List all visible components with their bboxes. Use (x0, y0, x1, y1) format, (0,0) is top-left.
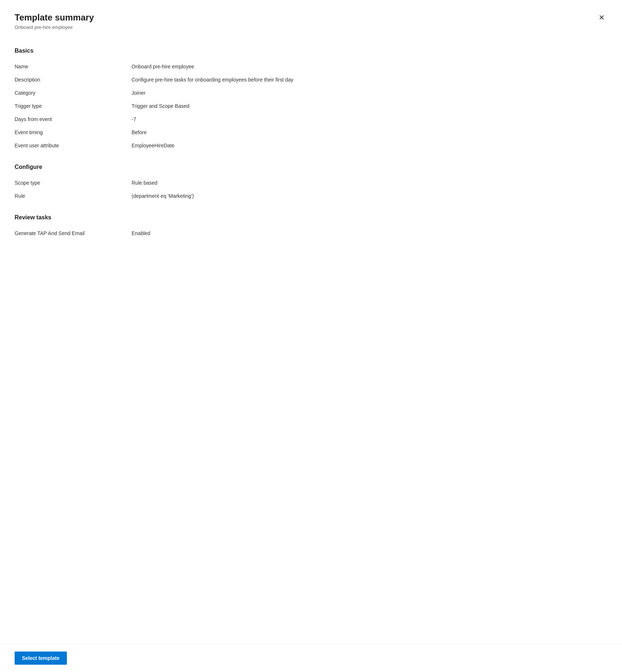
rule-label: Rule (15, 193, 132, 199)
event-timing-label: Event timing (15, 129, 132, 135)
name-row: Name Onboard pre-hire employee (15, 60, 607, 73)
generate-tap-row: Generate TAP And Send Email Enabled (15, 227, 607, 240)
panel-title: Template summary (15, 12, 607, 23)
basics-section: Basics Name Onboard pre-hire employee De… (15, 48, 607, 152)
generate-tap-value: Enabled (132, 230, 607, 236)
generate-tap-label: Generate TAP And Send Email (15, 230, 132, 236)
scope-type-value: Rule based (132, 180, 607, 186)
rule-value: (department eq 'Marketing') (132, 193, 607, 199)
panel-header: Template summary Onboard pre-hire employ… (0, 0, 622, 36)
description-label: Description (15, 77, 132, 83)
scope-type-label: Scope type (15, 180, 132, 186)
description-value: Configure pre-hire tasks for onboarding … (132, 77, 607, 83)
category-row: Category Joiner (15, 86, 607, 99)
select-template-button[interactable]: Select template (15, 652, 67, 665)
category-value: Joiner (132, 90, 607, 96)
event-user-attribute-label: Event user attribute (15, 143, 132, 148)
trigger-type-row: Trigger type Trigger and Scope Based (15, 99, 607, 113)
panel-content: Basics Name Onboard pre-hire employee De… (0, 36, 622, 644)
panel-footer: Select template (0, 644, 622, 672)
configure-section-title: Configure (15, 164, 607, 170)
basics-section-title: Basics (15, 48, 607, 54)
description-row: Description Configure pre-hire tasks for… (15, 73, 607, 86)
event-timing-row: Event timing Before (15, 126, 607, 139)
scope-type-row: Scope type Rule based (15, 176, 607, 189)
review-tasks-section: Review tasks Generate TAP And Send Email… (15, 214, 607, 240)
configure-section: Configure Scope type Rule based Rule (de… (15, 164, 607, 203)
rule-row: Rule (department eq 'Marketing') (15, 189, 607, 203)
days-from-event-row: Days from event -7 (15, 113, 607, 126)
days-from-event-value: -7 (132, 116, 607, 122)
name-value: Onboard pre-hire employee (132, 64, 607, 69)
days-from-event-label: Days from event (15, 116, 132, 122)
panel-subtitle: Onboard pre-hire employee (15, 24, 607, 30)
event-timing-value: Before (132, 129, 607, 135)
category-label: Category (15, 90, 132, 96)
template-summary-panel: Template summary Onboard pre-hire employ… (0, 0, 622, 672)
event-user-attribute-row: Event user attribute EmployeeHireDate (15, 139, 607, 152)
trigger-type-label: Trigger type (15, 103, 132, 109)
close-button[interactable]: ✕ (596, 12, 607, 23)
name-label: Name (15, 64, 132, 69)
review-tasks-section-title: Review tasks (15, 214, 607, 221)
trigger-type-value: Trigger and Scope Based (132, 103, 607, 109)
close-icon: ✕ (599, 13, 605, 22)
event-user-attribute-value: EmployeeHireDate (132, 143, 607, 148)
